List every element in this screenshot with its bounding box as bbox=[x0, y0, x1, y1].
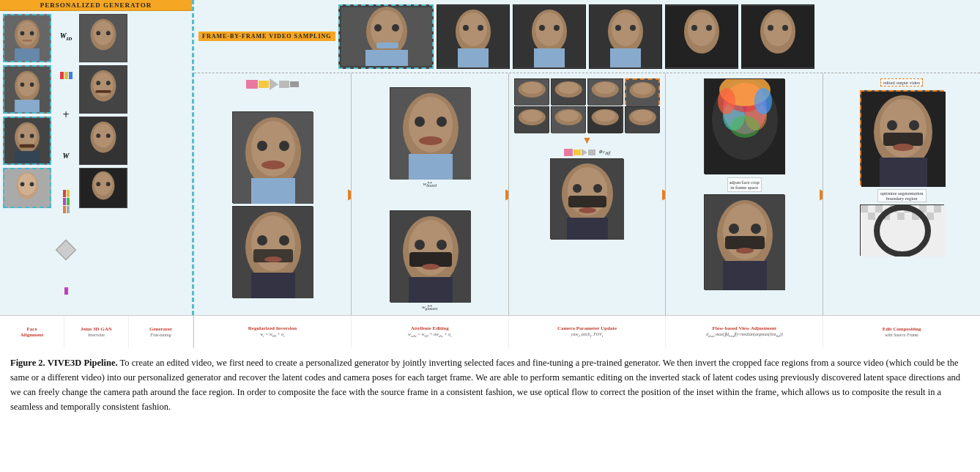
caption-section: Figure 2. VIVE3D Pipeline. To create an … bbox=[0, 348, 980, 421]
video-frame-2 bbox=[437, 4, 510, 69]
net-block-pink bbox=[246, 80, 258, 89]
source-faces-column bbox=[3, 14, 53, 312]
step-attribute-editing: wboard ↔ bbox=[352, 73, 509, 315]
svg-point-139 bbox=[573, 184, 582, 193]
step-camera-parameter: ▼ ⊕ cdiff bbox=[509, 73, 667, 315]
left-bottom-labels: Face Alignment Joint 3D GAN Inversion Ge… bbox=[0, 316, 194, 348]
flow-face bbox=[704, 78, 784, 174]
svg-rect-103 bbox=[409, 154, 453, 180]
svg-rect-177 bbox=[868, 213, 875, 220]
grid-face-7 bbox=[587, 106, 623, 133]
color-block-p1 bbox=[63, 198, 66, 205]
svg-point-87 bbox=[261, 161, 285, 169]
svg-point-28 bbox=[96, 31, 100, 35]
svg-rect-169 bbox=[880, 158, 927, 187]
bottom-label-step2: Attribute Editing wedit = wID + αwdir + … bbox=[352, 316, 509, 348]
segmentation-label: optimize segmentationboundary region bbox=[877, 189, 927, 202]
source-face-2 bbox=[3, 65, 51, 114]
svg-rect-143 bbox=[567, 218, 608, 240]
step1-title-label: Regularized Inversion bbox=[248, 325, 297, 331]
video-frame-5 bbox=[665, 4, 738, 69]
edited-output-label: edited output video bbox=[880, 78, 923, 86]
grid-face-1 bbox=[514, 78, 549, 105]
svg-point-108 bbox=[437, 240, 447, 250]
svg-point-24 bbox=[30, 182, 34, 187]
adjusted-face bbox=[704, 194, 784, 290]
step3-bottom-row: ⊕ cdiff bbox=[564, 149, 611, 156]
step2-face-top: wboard ↔ bbox=[390, 87, 470, 179]
caption-body: To create an edited video, we first need… bbox=[10, 358, 960, 412]
svg-point-123 bbox=[633, 83, 653, 95]
svg-point-76 bbox=[706, 25, 712, 31]
svg-rect-171 bbox=[861, 205, 868, 213]
svg-point-140 bbox=[593, 184, 602, 193]
color-block-y1 bbox=[67, 190, 70, 197]
cam-net-3 bbox=[588, 150, 595, 155]
personalized-generator-panel: PERSONALIZED GENERATOR bbox=[0, 0, 194, 315]
gen-ft-sub: Fine-tuning bbox=[150, 333, 171, 338]
face-alignment-label: Face Alignment bbox=[0, 316, 64, 348]
svg-rect-2 bbox=[15, 48, 40, 61]
step1-edited-face bbox=[232, 206, 313, 298]
svg-point-4 bbox=[21, 32, 25, 36]
step-edit-compositing: edited output video bbox=[823, 73, 980, 315]
top-video-strip: FRAME-BY-FRAME VIDEO SAMPLING bbox=[194, 0, 980, 73]
pipeline-steps-area: ▶ bbox=[194, 73, 980, 315]
step5-title-label: Edit Compositing bbox=[883, 326, 921, 332]
svg-point-120 bbox=[595, 82, 616, 94]
svg-point-168 bbox=[893, 144, 913, 151]
svg-point-44 bbox=[96, 182, 100, 186]
svg-point-157 bbox=[729, 224, 739, 234]
step1-formula-label: wt = wID + ot bbox=[260, 332, 284, 339]
net-block-yellow bbox=[259, 81, 269, 88]
svg-rect-52 bbox=[376, 43, 398, 48]
color-blocks-3 bbox=[64, 287, 68, 295]
svg-point-102 bbox=[419, 136, 442, 145]
step2-title-label: Attribute Editing bbox=[411, 325, 449, 331]
grid-face-highlighted bbox=[625, 78, 660, 105]
net-block-gray-1 bbox=[279, 81, 289, 88]
svg-point-11 bbox=[21, 83, 25, 87]
svg-point-91 bbox=[251, 215, 295, 271]
final-output-face bbox=[860, 90, 944, 185]
svg-point-165 bbox=[887, 120, 897, 130]
network-diamond bbox=[56, 240, 76, 260]
step5-sub-label: with Source Frame bbox=[885, 333, 918, 338]
svg-rect-6 bbox=[22, 40, 31, 42]
svg-point-117 bbox=[558, 82, 579, 94]
step5-content: edited output video bbox=[825, 75, 978, 313]
bottom-label-step3: Camera Parameter Update yawt, pitcht, FO… bbox=[509, 316, 667, 348]
svg-point-158 bbox=[751, 224, 761, 234]
svg-rect-53 bbox=[365, 50, 408, 66]
c-diff-label: ⊕ cdiff bbox=[598, 149, 611, 155]
svg-rect-159 bbox=[725, 236, 765, 249]
svg-point-152 bbox=[718, 88, 735, 114]
video-frame-highlighted bbox=[338, 4, 434, 69]
svg-point-33 bbox=[96, 81, 100, 85]
svg-point-86 bbox=[279, 141, 289, 151]
svg-point-40 bbox=[106, 133, 111, 138]
step1-faces bbox=[196, 96, 349, 313]
svg-point-95 bbox=[264, 257, 282, 262]
svg-rect-35 bbox=[95, 90, 111, 93]
svg-rect-161 bbox=[723, 261, 767, 290]
w-id-label: WID bbox=[60, 32, 73, 42]
svg-rect-65 bbox=[534, 48, 565, 67]
color-block-g1 bbox=[67, 198, 70, 205]
step1-large-face bbox=[232, 111, 313, 203]
w-glasses-arrow: ↔ bbox=[390, 301, 469, 309]
step-regularized-inversion: ▶ bbox=[194, 73, 352, 315]
svg-rect-111 bbox=[409, 277, 453, 303]
svg-point-129 bbox=[558, 110, 579, 122]
svg-rect-141 bbox=[568, 196, 606, 207]
output-face-1 bbox=[79, 14, 127, 62]
svg-point-92 bbox=[257, 235, 267, 246]
down-arrow: ▼ bbox=[582, 135, 593, 147]
source-face-3 bbox=[3, 117, 51, 165]
bottom-label-step4: Flow-based View Adjustment ddom max(‖dhi… bbox=[666, 316, 823, 348]
main-container: PERSONALIZED GENERATOR bbox=[0, 0, 980, 421]
step3-large-face bbox=[550, 158, 623, 239]
w-board-arrow: ↔ bbox=[390, 178, 469, 186]
net-block-gray-2 bbox=[290, 81, 299, 87]
step2-face-glasses: wglasses ↔ bbox=[390, 210, 470, 302]
